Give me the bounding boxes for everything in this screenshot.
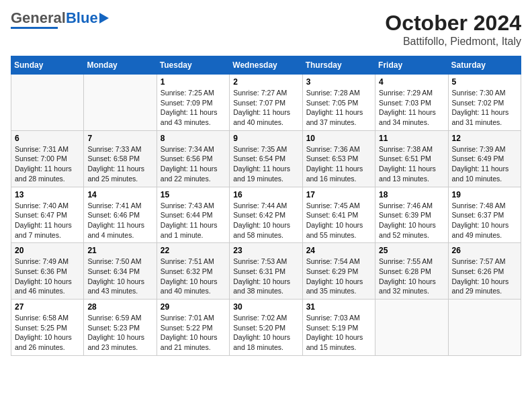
day-info: Sunrise: 7:39 AM Sunset: 6:49 PM Dayligh…: [452, 144, 517, 184]
day-number: 6: [15, 134, 80, 143]
day-number: 27: [15, 302, 80, 312]
day-number: 9: [233, 134, 298, 143]
day-info: Sunrise: 7:36 AM Sunset: 6:53 PM Dayligh…: [306, 144, 371, 184]
day-number: 21: [87, 246, 152, 255]
day-info: Sunrise: 7:44 AM Sunset: 6:42 PM Dayligh…: [233, 201, 298, 240]
day-info: Sunrise: 7:03 AM Sunset: 5:19 PM Dayligh…: [306, 313, 371, 353]
day-number: 12: [452, 134, 517, 143]
logo-text: GeneralBlue: [11, 11, 98, 26]
calendar-cell: 19Sunrise: 7:48 AM Sunset: 6:37 PM Dayli…: [448, 187, 521, 243]
col-friday: Friday: [375, 56, 448, 75]
calendar-subtitle: Battifollo, Piedmont, Italy: [385, 36, 521, 48]
day-info: Sunrise: 7:50 AM Sunset: 6:34 PM Dayligh…: [87, 257, 152, 296]
day-number: 24: [306, 246, 371, 255]
calendar-cell: 3Sunrise: 7:28 AM Sunset: 7:05 PM Daylig…: [302, 75, 375, 131]
calendar-cell: [448, 300, 521, 356]
day-info: Sunrise: 7:40 AM Sunset: 6:47 PM Dayligh…: [15, 201, 80, 240]
day-info: Sunrise: 7:34 AM Sunset: 6:56 PM Dayligh…: [161, 144, 226, 184]
day-number: 31: [306, 302, 371, 312]
calendar-cell: 25Sunrise: 7:55 AM Sunset: 6:28 PM Dayli…: [375, 243, 448, 300]
col-monday: Monday: [84, 56, 157, 75]
title-block: October 2024 Battifollo, Piedmont, Italy: [385, 11, 521, 48]
day-info: Sunrise: 7:33 AM Sunset: 6:58 PM Dayligh…: [87, 144, 152, 184]
calendar-cell: 27Sunrise: 6:58 AM Sunset: 5:25 PM Dayli…: [11, 300, 84, 356]
calendar-cell: [11, 75, 84, 131]
day-info: Sunrise: 7:43 AM Sunset: 6:44 PM Dayligh…: [161, 201, 226, 240]
day-info: Sunrise: 7:51 AM Sunset: 6:32 PM Dayligh…: [161, 257, 226, 296]
calendar-cell: 7Sunrise: 7:33 AM Sunset: 6:58 PM Daylig…: [84, 130, 157, 187]
header-row: Sunday Monday Tuesday Wednesday Thursday…: [11, 56, 521, 75]
col-tuesday: Tuesday: [157, 56, 229, 75]
day-info: Sunrise: 7:38 AM Sunset: 6:51 PM Dayligh…: [379, 144, 444, 184]
calendar-cell: 14Sunrise: 7:41 AM Sunset: 6:46 PM Dayli…: [84, 187, 157, 243]
day-number: 25: [379, 246, 444, 255]
calendar-cell: 24Sunrise: 7:54 AM Sunset: 6:29 PM Dayli…: [302, 243, 375, 300]
calendar-cell: 22Sunrise: 7:51 AM Sunset: 6:32 PM Dayli…: [157, 243, 229, 300]
calendar-title: October 2024: [385, 11, 521, 36]
day-info: Sunrise: 7:25 AM Sunset: 7:09 PM Dayligh…: [161, 88, 226, 128]
day-info: Sunrise: 7:30 AM Sunset: 7:02 PM Dayligh…: [452, 88, 517, 128]
page-header: GeneralBlue October 2024 Battifollo, Pie…: [11, 11, 521, 48]
col-thursday: Thursday: [302, 56, 375, 75]
calendar-cell: 20Sunrise: 7:49 AM Sunset: 6:36 PM Dayli…: [11, 243, 84, 300]
calendar-cell: 12Sunrise: 7:39 AM Sunset: 6:49 PM Dayli…: [448, 130, 521, 187]
calendar-cell: 1Sunrise: 7:25 AM Sunset: 7:09 PM Daylig…: [157, 75, 229, 131]
calendar-cell: 9Sunrise: 7:35 AM Sunset: 6:54 PM Daylig…: [230, 130, 302, 187]
calendar-cell: 31Sunrise: 7:03 AM Sunset: 5:19 PM Dayli…: [302, 300, 375, 356]
day-number: 3: [306, 77, 371, 87]
calendar-cell: 21Sunrise: 7:50 AM Sunset: 6:34 PM Dayli…: [84, 243, 157, 300]
calendar-cell: 23Sunrise: 7:53 AM Sunset: 6:31 PM Dayli…: [230, 243, 302, 300]
day-number: 29: [161, 302, 226, 312]
day-number: 2: [233, 77, 298, 87]
day-info: Sunrise: 7:01 AM Sunset: 5:22 PM Dayligh…: [161, 313, 226, 353]
calendar-cell: 26Sunrise: 7:57 AM Sunset: 6:26 PM Dayli…: [448, 243, 521, 300]
day-number: 11: [379, 134, 444, 143]
calendar-cell: 29Sunrise: 7:01 AM Sunset: 5:22 PM Dayli…: [157, 300, 229, 356]
day-number: 5: [452, 77, 517, 87]
calendar-week-row: 13Sunrise: 7:40 AM Sunset: 6:47 PM Dayli…: [11, 187, 521, 243]
day-info: Sunrise: 6:58 AM Sunset: 5:25 PM Dayligh…: [15, 313, 80, 353]
day-info: Sunrise: 7:27 AM Sunset: 7:07 PM Dayligh…: [233, 88, 298, 128]
day-info: Sunrise: 7:31 AM Sunset: 7:00 PM Dayligh…: [15, 144, 80, 184]
day-number: 10: [306, 134, 371, 143]
calendar-cell: 16Sunrise: 7:44 AM Sunset: 6:42 PM Dayli…: [230, 187, 302, 243]
day-number: 1: [161, 77, 226, 87]
day-number: 7: [87, 134, 152, 143]
day-info: Sunrise: 7:57 AM Sunset: 6:26 PM Dayligh…: [452, 257, 517, 296]
col-saturday: Saturday: [448, 56, 521, 75]
day-info: Sunrise: 7:49 AM Sunset: 6:36 PM Dayligh…: [15, 257, 80, 296]
calendar-cell: 13Sunrise: 7:40 AM Sunset: 6:47 PM Dayli…: [11, 187, 84, 243]
col-sunday: Sunday: [11, 56, 84, 75]
logo: GeneralBlue: [11, 11, 109, 29]
calendar-cell: 15Sunrise: 7:43 AM Sunset: 6:44 PM Dayli…: [157, 187, 229, 243]
day-number: 26: [452, 246, 517, 255]
day-number: 18: [379, 190, 444, 199]
calendar-cell: 17Sunrise: 7:45 AM Sunset: 6:41 PM Dayli…: [302, 187, 375, 243]
day-info: Sunrise: 7:53 AM Sunset: 6:31 PM Dayligh…: [233, 257, 298, 296]
calendar-cell: 2Sunrise: 7:27 AM Sunset: 7:07 PM Daylig…: [230, 75, 302, 131]
day-info: Sunrise: 7:35 AM Sunset: 6:54 PM Dayligh…: [233, 144, 298, 184]
day-number: 20: [15, 246, 80, 255]
day-number: 23: [233, 246, 298, 255]
day-number: 8: [161, 134, 226, 143]
calendar-week-row: 6Sunrise: 7:31 AM Sunset: 7:00 PM Daylig…: [11, 130, 521, 187]
day-number: 17: [306, 190, 371, 199]
calendar-cell: [84, 75, 157, 131]
calendar-cell: 5Sunrise: 7:30 AM Sunset: 7:02 PM Daylig…: [448, 75, 521, 131]
day-number: 28: [87, 302, 152, 312]
logo-underline: [11, 27, 58, 29]
calendar-cell: 4Sunrise: 7:29 AM Sunset: 7:03 PM Daylig…: [375, 75, 448, 131]
day-number: 14: [87, 190, 152, 199]
calendar-table: Sunday Monday Tuesday Wednesday Thursday…: [11, 56, 521, 356]
day-info: Sunrise: 7:28 AM Sunset: 7:05 PM Dayligh…: [306, 88, 371, 128]
calendar-body: 1Sunrise: 7:25 AM Sunset: 7:09 PM Daylig…: [11, 75, 521, 356]
day-info: Sunrise: 7:02 AM Sunset: 5:20 PM Dayligh…: [233, 313, 298, 353]
calendar-cell: 28Sunrise: 6:59 AM Sunset: 5:23 PM Dayli…: [84, 300, 157, 356]
day-number: 13: [15, 190, 80, 199]
calendar-week-row: 27Sunrise: 6:58 AM Sunset: 5:25 PM Dayli…: [11, 300, 521, 356]
calendar-cell: 30Sunrise: 7:02 AM Sunset: 5:20 PM Dayli…: [230, 300, 302, 356]
calendar-cell: 18Sunrise: 7:46 AM Sunset: 6:39 PM Dayli…: [375, 187, 448, 243]
day-info: Sunrise: 7:45 AM Sunset: 6:41 PM Dayligh…: [306, 201, 371, 240]
day-number: 16: [233, 190, 298, 199]
calendar-week-row: 20Sunrise: 7:49 AM Sunset: 6:36 PM Dayli…: [11, 243, 521, 300]
